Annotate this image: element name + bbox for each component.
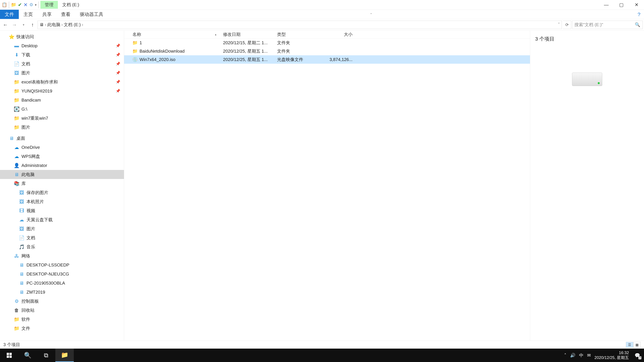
tree-pictures2[interactable]: 📁图片: [0, 123, 124, 132]
breadcrumb-drive[interactable]: 文档 (E:): [64, 22, 81, 28]
tree-label: 下载: [22, 52, 30, 58]
tree-quick-access[interactable]: ⭐快速访问: [0, 32, 124, 41]
taskbar-explorer-button[interactable]: 📁: [55, 349, 74, 362]
tab-manage[interactable]: 管理: [40, 1, 58, 9]
ribbon-tab-file[interactable]: 文件: [0, 10, 19, 19]
view-icons-button[interactable]: ▦: [633, 342, 641, 348]
tree-videos[interactable]: 🎞视频: [0, 206, 124, 215]
pc-icon: 🖥: [14, 171, 20, 178]
file-list-pane: 名称▴ 修改日期 类型 大小 📁12020/12/15, 星期二 1...文件夹…: [124, 30, 530, 341]
file-row[interactable]: 📁12020/12/15, 星期二 1...文件夹: [124, 38, 530, 47]
close-button[interactable]: ✕: [629, 0, 644, 10]
up-button[interactable]: ↑: [28, 21, 36, 29]
tree-label: ZMT2019: [26, 290, 45, 295]
music-icon: 🎵: [18, 244, 25, 250]
chevron-right-icon[interactable]: ›: [45, 22, 46, 27]
tree-pictures[interactable]: 🖼图片📌: [0, 68, 124, 77]
tree-gdrive[interactable]: 💽G:\: [0, 105, 124, 114]
search-icon[interactable]: 🔍: [635, 22, 640, 27]
tree-desktop-cn[interactable]: 🖥桌面: [0, 134, 124, 143]
tree-bandicam[interactable]: 📁Bandicam: [0, 95, 124, 105]
dropdown-icon[interactable]: ▾: [35, 3, 36, 7]
tree-label: 音乐: [26, 244, 35, 250]
back-button[interactable]: ←: [1, 21, 10, 29]
column-header-size[interactable]: 大小: [322, 31, 352, 37]
column-header-name[interactable]: 名称▴: [124, 31, 223, 37]
taskbar-search-button[interactable]: 🔍: [18, 349, 37, 362]
check-icon[interactable]: ✔: [18, 2, 22, 7]
clock[interactable]: 16:32 2020/12/25, 星期五: [594, 351, 629, 360]
tree-label: G:\: [22, 107, 27, 112]
breadcrumb-dropdown-icon[interactable]: ˅: [558, 22, 560, 27]
breadcrumb[interactable]: 🖥 › 此电脑 › 文档 (E:) › ˅: [38, 21, 562, 29]
ribbon-collapse-icon[interactable]: ⌃: [366, 10, 376, 19]
tree-admin[interactable]: 👤Administrator: [0, 161, 124, 170]
tree-label: 天翼云盘下载: [26, 217, 53, 223]
tray-chevron-up-icon[interactable]: ˄: [564, 353, 566, 358]
navigation-tree[interactable]: ⭐快速访问 ▬Desktop📌 ⬇下载📌 📄文档📌 🖼图片📌 📁excel表格制…: [0, 30, 124, 341]
tree-onedrive[interactable]: ☁OneDrive: [0, 143, 124, 152]
tree-pc2019[interactable]: 🖥PC-20190530OBLA: [0, 279, 124, 288]
tree-documents[interactable]: 📄文档📌: [0, 59, 124, 68]
svg-rect-3: [10, 356, 12, 358]
chevron-right-icon[interactable]: ›: [82, 22, 83, 27]
minimize-button[interactable]: —: [599, 0, 614, 10]
close-icon[interactable]: ✕: [24, 2, 28, 8]
volume-icon[interactable]: 🔊: [570, 353, 576, 358]
tree-label: 网络: [22, 253, 30, 259]
start-button[interactable]: [0, 349, 18, 362]
ime-icon[interactable]: 中: [579, 353, 584, 358]
tree-desktop[interactable]: ▬Desktop📌: [0, 41, 124, 50]
folder-icon: ▬: [14, 42, 20, 49]
tree-wps[interactable]: ☁WPS网盘: [0, 152, 124, 161]
tree-thispc[interactable]: 🖥此电脑: [0, 170, 124, 179]
tree-docs2[interactable]: 📄文档: [0, 233, 124, 242]
clock-date: 2020/12/25, 星期五: [594, 355, 629, 360]
file-row[interactable]: 📁BaiduNetdiskDownload2020/12/25, 星期五 1..…: [124, 47, 530, 55]
tree-downloads[interactable]: ⬇下载📌: [0, 50, 124, 59]
notifications-button[interactable]: 💬3: [632, 351, 642, 360]
tree-recycle[interactable]: 🗑回收站: [0, 306, 124, 315]
tree-label: YUNQISHI2019: [22, 88, 52, 94]
file-row[interactable]: 💿Win7x64_2020.iso2020/12/25, 星期五 1...光盘映…: [124, 55, 530, 64]
column-header-type[interactable]: 类型: [277, 31, 322, 37]
help-icon[interactable]: ?: [634, 10, 644, 19]
refresh-button[interactable]: ⟳: [563, 21, 571, 29]
chevron-right-icon[interactable]: ›: [62, 22, 63, 27]
breadcrumb-thispc[interactable]: 此电脑: [47, 22, 60, 28]
task-view-button[interactable]: ⧉: [37, 349, 55, 362]
tree-music[interactable]: 🎵音乐: [0, 242, 124, 251]
tree-library[interactable]: 📚库: [0, 179, 124, 188]
ribbon-tab-drivetools[interactable]: 驱动器工具: [75, 10, 108, 19]
tree-zmt[interactable]: 🖥ZMT2019: [0, 288, 124, 297]
tree-win7[interactable]: 📁win7重装win7: [0, 114, 124, 123]
tree-saved-pics[interactable]: 🖼保存的图片: [0, 188, 124, 197]
recent-dropdown-icon[interactable]: ▾: [20, 21, 28, 29]
tree-local-photos[interactable]: 🖼本机照片: [0, 197, 124, 206]
tree-network[interactable]: 🖧网络: [0, 251, 124, 260]
view-details-button[interactable]: ☰: [626, 342, 633, 348]
folder-icon[interactable]: 📁: [11, 2, 16, 7]
tree-label: PC-20190530OBLA: [26, 281, 65, 286]
gear-icon[interactable]: ⚙: [29, 2, 33, 7]
pc-icon: 🖥: [40, 22, 44, 27]
tree-label: win7重装win7: [22, 115, 48, 121]
maximize-button[interactable]: ▢: [614, 0, 629, 10]
column-header-date[interactable]: 修改日期: [223, 31, 277, 37]
tree-desktop-njeu[interactable]: 🖥DESKTOP-NJEU3CG: [0, 270, 124, 279]
tree-pics3[interactable]: 🖼图片: [0, 224, 124, 233]
mail-icon[interactable]: ✉: [587, 353, 591, 358]
ribbon-tab-share[interactable]: 共享: [38, 10, 56, 19]
tree-control-panel[interactable]: ⚙控制面板: [0, 297, 124, 306]
tree-file[interactable]: 📁文件: [0, 324, 124, 333]
ribbon-tab-view[interactable]: 查看: [56, 10, 75, 19]
ribbon-tab-home[interactable]: 主页: [19, 10, 38, 19]
folder-icon: 📁: [14, 316, 20, 323]
forward-button[interactable]: →: [10, 21, 18, 29]
search-input[interactable]: 搜索"文档 (E:)" 🔍: [572, 21, 643, 29]
tree-software[interactable]: 📁软件: [0, 315, 124, 324]
tree-excel[interactable]: 📁excel表格制作求和📌: [0, 77, 124, 86]
tree-yunqishi[interactable]: 📁YUNQISHI2019📌: [0, 86, 124, 95]
tree-desktop-lssoedp[interactable]: 🖥DESKTOP-LSSOEDP: [0, 260, 124, 270]
tree-tianyi[interactable]: ☁天翼云盘下载: [0, 215, 124, 224]
